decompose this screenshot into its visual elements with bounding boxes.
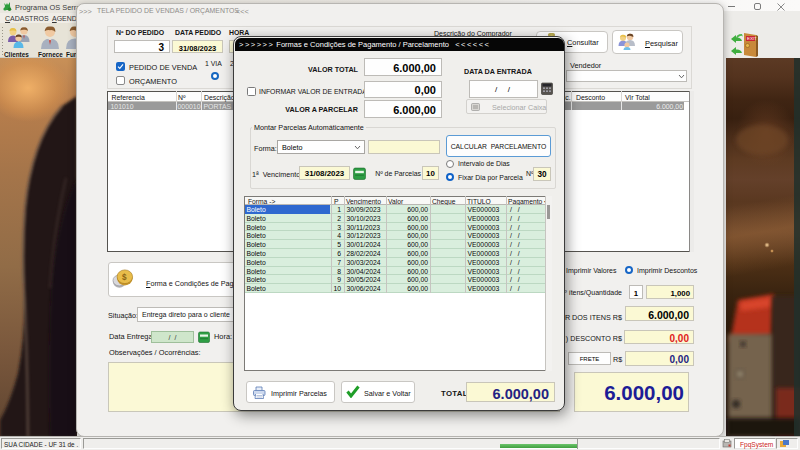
svg-text:EXIT: EXIT <box>747 36 757 41</box>
